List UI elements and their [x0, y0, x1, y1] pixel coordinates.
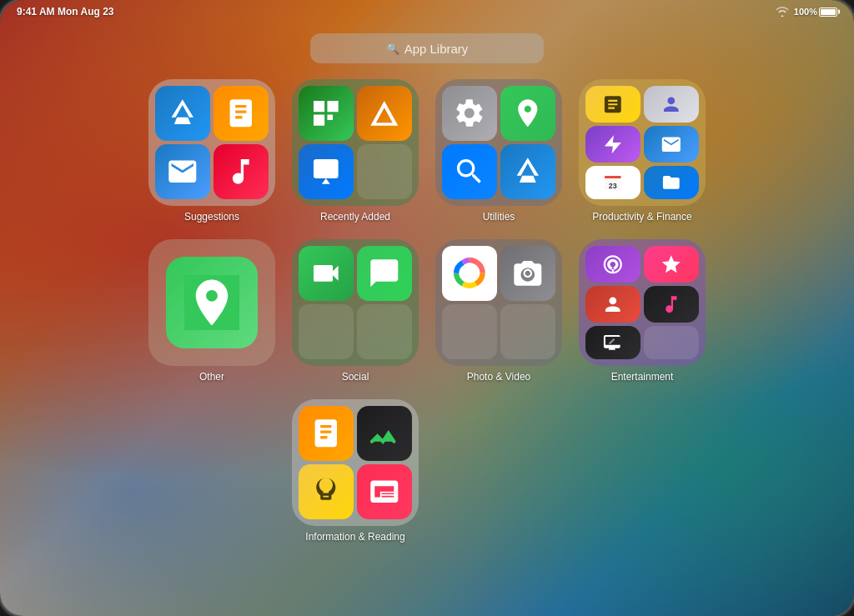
- folder-photo-video-label: Photo & Video: [467, 371, 531, 383]
- icon-files: [644, 166, 699, 199]
- folder-photo-video[interactable]: Photo & Video: [435, 239, 562, 383]
- icon-photos: [442, 246, 497, 301]
- status-time: 9:41 AM Mon Aug 23: [17, 6, 113, 18]
- icon-appstore: [155, 86, 210, 141]
- app-grid: Suggestions Recently Added: [148, 79, 706, 543]
- folder-information-inner: [292, 399, 419, 526]
- folder-suggestions-label: Suggestions: [184, 211, 239, 223]
- folder-utilities[interactable]: Utilities: [435, 79, 562, 223]
- icon-empty: [357, 144, 412, 199]
- folder-recently-added[interactable]: Recently Added: [292, 79, 419, 223]
- ipad-frame: 9:41 AM Mon Aug 23 100% 🔍 App Library: [0, 0, 854, 616]
- folder-productivity[interactable]: 23 Productivity & Finance: [579, 79, 706, 223]
- icon-camera: [500, 246, 555, 301]
- folder-recently-added-label: Recently Added: [320, 211, 390, 223]
- folder-entertainment-label: Entertainment: [611, 371, 674, 383]
- battery-icon: [819, 8, 837, 17]
- icon-books: [214, 86, 269, 141]
- icon-podcasts: [585, 246, 640, 283]
- icon-itunes: [644, 246, 699, 283]
- svg-rect-1: [605, 176, 621, 178]
- folder-other-inner: [148, 239, 275, 366]
- folder-utilities-inner: [435, 79, 562, 206]
- icon-ibooks: [299, 406, 354, 461]
- icon-maps: [166, 257, 258, 348]
- search-icon: 🔍: [386, 43, 399, 55]
- status-bar: 9:41 AM Mon Aug 23 100%: [0, 0, 854, 23]
- icon-settings: [442, 86, 497, 141]
- icon-keynote-blue: [299, 144, 354, 199]
- folder-recently-added-inner: [292, 79, 419, 206]
- icon-news: [357, 464, 412, 519]
- icon-notes: [585, 86, 640, 123]
- svg-text:23: 23: [609, 182, 617, 190]
- icon-stocks: [357, 406, 412, 461]
- folder-productivity-inner: 23: [579, 79, 706, 206]
- icon-music-dark: [644, 286, 699, 323]
- folder-information[interactable]: Information & Reading: [292, 399, 419, 543]
- icon-entertainment-empty: [644, 326, 699, 359]
- icon-appstore-2: [500, 144, 555, 199]
- icon-messages: [357, 246, 412, 301]
- folder-social-label: Social: [342, 371, 369, 383]
- icon-photo-empty-2: [500, 304, 555, 359]
- icon-facetime: [299, 246, 354, 301]
- icon-appletv: [585, 326, 640, 359]
- search-bar[interactable]: 🔍 App Library: [310, 33, 544, 63]
- icon-magnifier: [442, 144, 497, 199]
- folder-other-label: Other: [199, 371, 224, 383]
- icon-keynote: [357, 86, 412, 141]
- icon-music: [214, 144, 269, 199]
- icon-contacts: [644, 86, 699, 123]
- folder-suggestions-inner: [148, 79, 275, 206]
- icon-social-empty-2: [357, 304, 412, 359]
- status-right: 100%: [776, 7, 837, 17]
- folder-entertainment-inner: [579, 239, 706, 366]
- folder-suggestions[interactable]: Suggestions: [148, 79, 275, 223]
- search-placeholder: App Library: [404, 42, 469, 56]
- folder-social-inner: [292, 239, 419, 366]
- folder-productivity-label: Productivity & Finance: [592, 211, 691, 223]
- folder-photo-video-inner: [435, 239, 562, 366]
- icon-mail-2: [644, 126, 699, 163]
- icon-calendar: 23: [585, 166, 640, 199]
- folder-information-label: Information & Reading: [305, 531, 404, 543]
- folder-entertainment[interactable]: Entertainment: [579, 239, 706, 383]
- icon-social-empty-1: [299, 304, 354, 359]
- icon-findmy: [500, 86, 555, 141]
- svg-rect-0: [314, 159, 339, 178]
- icon-photo-booth: [585, 286, 640, 323]
- battery-display: 100%: [794, 7, 837, 17]
- icon-photo-empty-1: [442, 304, 497, 359]
- wifi-icon: [776, 7, 789, 17]
- icon-tips: [299, 464, 354, 519]
- folder-other[interactable]: Other: [148, 239, 275, 383]
- icon-mail: [155, 144, 210, 199]
- folder-utilities-label: Utilities: [483, 211, 515, 223]
- folder-social[interactable]: Social: [292, 239, 419, 383]
- icon-shortcuts: [585, 126, 640, 163]
- icon-numbers: [299, 86, 354, 141]
